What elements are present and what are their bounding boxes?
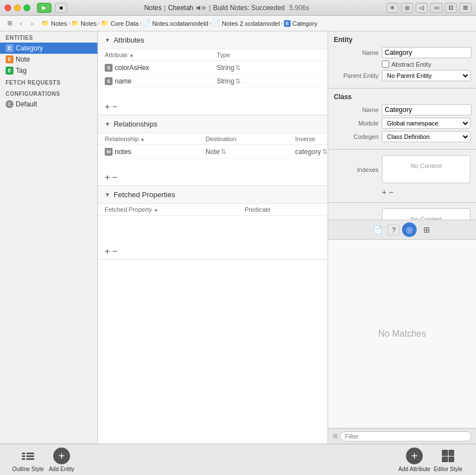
relationships-header[interactable]: ▼ Relationships	[98, 115, 328, 133]
add-attribute-button[interactable]: + Add Attribute	[398, 447, 431, 472]
constraints-no-content: No Content	[382, 209, 470, 220]
sidebar-item-category[interactable]: E Category	[0, 43, 97, 54]
entity-name-input[interactable]	[382, 47, 472, 58]
rel-col-relationship: Relationship ▲	[105, 136, 206, 142]
module-label: Module	[334, 120, 379, 127]
attr-row-colorAsHex[interactable]: S colorAsHex String ⇅	[98, 61, 328, 74]
breadcrumb-xcdatamodeld[interactable]: 📄 Notes.xcdatamodeld	[143, 20, 208, 27]
fp-add-button[interactable]: +	[105, 247, 110, 256]
editor-style-button[interactable]: Editor Style	[431, 447, 465, 472]
breadcrumb-notes-folder[interactable]: 📁 Notes	[41, 20, 67, 27]
outline-style-button[interactable]: Outline Style	[11, 447, 45, 472]
outline-style-icon	[19, 447, 37, 465]
nav-back-btn[interactable]: ‹	[16, 19, 26, 28]
fp-title: Fetched Properties	[114, 190, 175, 199]
attr-col-type: Type	[217, 52, 276, 58]
attributes-header[interactable]: ▼ Attributes	[98, 31, 328, 49]
parent-entity-select-wrap[interactable]: No Parent Entity	[382, 70, 470, 81]
layout-btn-3[interactable]: ◁	[416, 3, 428, 13]
add-entity-button[interactable]: + Add Entity	[45, 447, 78, 472]
abstract-entity-label: Abstract Entity	[391, 61, 431, 68]
indexes-add-button[interactable]: +	[382, 188, 386, 197]
stop-button[interactable]: ■	[55, 3, 67, 13]
sidebar-toggle[interactable]: ⊞	[4, 19, 15, 28]
attributes-arrow: ▼	[105, 37, 110, 43]
breadcrumb: ⊞ ‹ › 📁 Notes › 📁 Notes › 📁 Core Data › …	[0, 16, 476, 31]
sidebar: ENTITIES E Category E Note E Tag FETCH R…	[0, 31, 98, 444]
sidebar-item-default[interactable]: C Default	[0, 99, 97, 110]
traffic-lights	[4, 4, 30, 11]
search-bar: ⊞	[328, 428, 476, 444]
parent-entity-select[interactable]: No Parent Entity	[382, 70, 470, 81]
attr-add-button[interactable]: +	[105, 103, 110, 111]
no-matches-text: No Matches	[378, 329, 426, 339]
abstract-entity-checkbox[interactable]	[382, 60, 389, 68]
colorAsHex-badge: S	[105, 64, 113, 72]
rel-inverse-category[interactable]: category ⇅	[295, 148, 328, 156]
constraints-section: Constraints No Content + −	[328, 203, 476, 220]
module-select-wrap[interactable]: Global namespace	[382, 118, 470, 129]
nav-forward[interactable]: ▶	[202, 4, 207, 11]
attr-row-name[interactable]: S name String ⇅	[98, 74, 328, 88]
indexes-remove-button[interactable]: −	[389, 188, 393, 197]
layout-btn-6[interactable]: ⊟	[459, 3, 472, 13]
nav-back[interactable]: ◀	[195, 4, 200, 11]
layout-btn-5[interactable]: ⊡	[445, 3, 457, 13]
codegen-row: Codegen Class Definition	[334, 131, 470, 142]
rel-remove-button[interactable]: −	[112, 173, 117, 182]
default-label: Default	[16, 100, 37, 108]
attr-type-colorAsHex[interactable]: String ⇅	[217, 64, 276, 72]
relationships-title: Relationships	[114, 120, 157, 128]
fp-remove-button[interactable]: −	[112, 247, 117, 256]
fetched-properties-section: ▼ Fetched Properties Fetched Property ▲ …	[98, 186, 328, 260]
inspector-tab-file[interactable]: 📄	[370, 223, 385, 236]
cheetah-label: Cheetah	[168, 4, 193, 12]
indexes-box: No Content	[382, 155, 470, 183]
fetched-properties-header[interactable]: ▼ Fetched Properties	[98, 186, 328, 204]
codegen-select-wrap[interactable]: Class Definition	[382, 131, 470, 142]
module-select[interactable]: Global namespace	[382, 118, 470, 129]
indexes-no-content: No Content	[382, 156, 470, 176]
minimize-button[interactable]	[14, 4, 21, 11]
sidebar-item-note[interactable]: E Note	[0, 54, 97, 65]
attr-remove-button[interactable]: −	[112, 103, 117, 111]
inspector-tab-help[interactable]: ?	[388, 224, 400, 235]
inspector-tab-entity[interactable]: ◎	[402, 222, 417, 237]
category-badge: E	[6, 44, 13, 52]
relationships-arrow: ▼	[105, 121, 110, 127]
layout-btn-2[interactable]: ◎	[401, 3, 413, 13]
rel-add-button[interactable]: +	[105, 173, 110, 182]
layout-btn-1[interactable]: ≡	[386, 3, 399, 13]
breadcrumb-xcdatamodel[interactable]: 📄 Notes 2.xcdatamodel	[212, 20, 279, 27]
note-label: Note	[16, 55, 30, 63]
inspector-tabs: 📄 ? ◎ ⊞	[328, 220, 476, 240]
add-attribute-group: + Add Attribute	[398, 447, 431, 472]
rel-col-destination: Destination	[206, 136, 295, 142]
breadcrumb-core-data[interactable]: 📁 Core Data	[101, 20, 138, 27]
notes-label: Notes	[144, 4, 161, 12]
class-name-label: Name	[334, 106, 379, 113]
breadcrumb-category[interactable]: E Category	[284, 20, 318, 27]
right-panel: Entity Name Abstract Entity Parent Entit…	[328, 31, 476, 220]
entity-name-row: Name	[334, 47, 470, 58]
titlebar: ▶ ■ Notes | Cheetah ◀ ▶ | Build Notes: S…	[0, 0, 476, 16]
breadcrumb-notes-2[interactable]: 📁 Notes	[71, 20, 97, 27]
rel-dest-note[interactable]: Note ⇅	[206, 148, 295, 156]
search-input[interactable]	[340, 431, 472, 441]
maximize-button[interactable]	[24, 4, 30, 11]
add-entity-label: Add Entity	[49, 466, 74, 472]
layout-btn-4[interactable]: ▭	[430, 3, 442, 13]
inspector-tab-layout[interactable]: ⊞	[419, 223, 435, 236]
colorAsHex-label: colorAsHex	[115, 64, 149, 72]
module-row: Module Global namespace	[334, 118, 470, 129]
codegen-select[interactable]: Class Definition	[382, 131, 470, 142]
nav-forward-btn[interactable]: ›	[27, 19, 37, 28]
sidebar-item-tag[interactable]: E Tag	[0, 65, 97, 76]
attr-name-colorAsHex: S colorAsHex	[105, 64, 217, 72]
configurations-header: CONFIGURATIONS	[0, 87, 97, 99]
class-name-input[interactable]	[382, 104, 472, 115]
attr-type-name[interactable]: String ⇅	[217, 77, 276, 85]
build-run-button[interactable]: ▶	[37, 3, 52, 13]
rel-row-notes[interactable]: M notes Note ⇅ category ⇅	[98, 145, 328, 159]
close-button[interactable]	[4, 4, 11, 11]
